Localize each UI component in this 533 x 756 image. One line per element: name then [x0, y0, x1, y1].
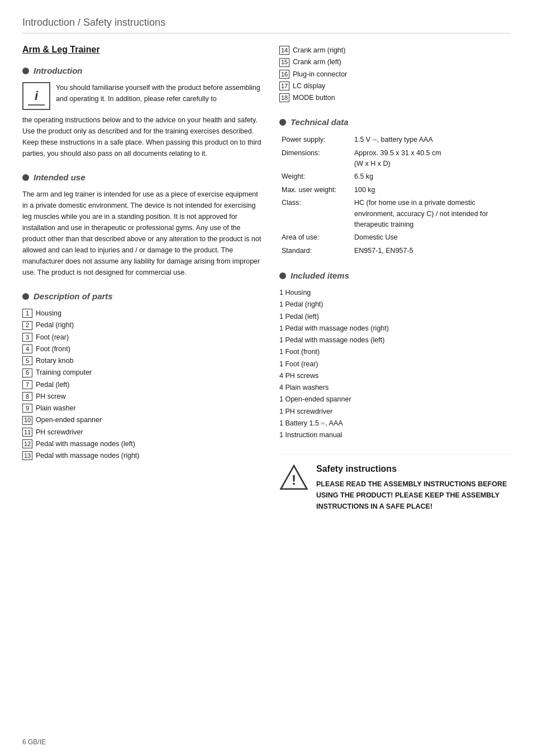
part-number: 16: [279, 70, 289, 79]
part-label: Crank arm (right): [293, 45, 345, 56]
part-number: 3: [22, 333, 32, 342]
parts-list-continued: 14Crank arm (right)15Crank arm (left)16P…: [279, 45, 511, 104]
list-item: 6Training computer: [22, 367, 263, 379]
list-item: 1 Pedal with massage nodes (right): [279, 323, 511, 334]
included-items-heading-label: Included items: [291, 271, 349, 280]
part-label: Plug-in connector: [293, 69, 347, 80]
part-label: LC display: [293, 80, 325, 92]
tech-label: Power supply:: [279, 133, 352, 146]
list-item: 16Plug-in connector: [279, 69, 511, 80]
table-row: Area of use:Domestic Use: [279, 231, 511, 244]
safety-text: PLEASE READ THE ASSEMBLY INSTRUCTIONS BE…: [316, 479, 511, 512]
part-number: 2: [22, 321, 32, 330]
tech-value: 1.5 V ⎓, battery type AAA: [352, 133, 511, 146]
part-label: Pedal (left): [36, 379, 69, 391]
right-column: 14Crank arm (right)15Crank arm (left)16P…: [279, 45, 511, 512]
desc-parts-bullet: [22, 293, 29, 300]
tech-data-heading-label: Technical data: [291, 117, 349, 127]
tech-label: Standard:: [279, 245, 352, 257]
technical-data-section: Technical data Power supply:1.5 V ⎓, bat…: [279, 117, 511, 257]
part-label: Training computer: [36, 367, 92, 379]
table-row: Power supply:1.5 V ⎓, battery type AAA: [279, 133, 511, 146]
list-item: 3Foot (rear): [22, 332, 263, 343]
page: Introduction / Safety instructions Arm &…: [0, 0, 533, 756]
intended-use-heading: Intended use: [22, 173, 263, 182]
safety-heading: Safety instructions: [316, 464, 511, 474]
part-number: 15: [279, 58, 289, 67]
part-number: 9: [22, 404, 32, 413]
tech-value: 100 kg: [352, 184, 511, 197]
tech-value: HC (for home use in a private domestic e…: [352, 197, 511, 231]
part-label: Housing: [36, 308, 61, 319]
part-number: 6: [22, 369, 32, 377]
tech-value: 6.5 kg: [352, 170, 511, 183]
part-label: MODE button: [293, 92, 335, 104]
part-number: 13: [22, 451, 32, 460]
list-item: 8PH screw: [22, 391, 263, 403]
product-title: Arm & Leg Trainer: [22, 45, 263, 55]
tech-value: Approx. 39.5 x 31 x 40.5 cm(W x H x D): [352, 147, 511, 171]
list-item: 1 Foot (front): [279, 346, 511, 358]
info-icon: i: [22, 82, 50, 110]
part-number: 1: [22, 309, 32, 318]
included-items-list: 1 Housing1 Pedal (right)1 Pedal (left)1 …: [279, 287, 511, 441]
part-label: Pedal with massage nodes (right): [36, 450, 140, 462]
intro-bullet: [22, 68, 29, 74]
table-row: Dimensions:Approx. 39.5 x 31 x 40.5 cm(W…: [279, 147, 511, 171]
part-label: Foot (front): [36, 343, 70, 355]
list-item: 12Pedal with massage nodes (left): [22, 438, 263, 450]
tech-label: Area of use:: [279, 231, 352, 244]
intro-content: i You should familiarise yourself with t…: [22, 82, 263, 110]
list-item: 4 Plain washers: [279, 382, 511, 394]
part-number: 4: [22, 344, 32, 353]
part-number: 5: [22, 356, 32, 365]
list-item: 13Pedal with massage nodes (right): [22, 450, 263, 462]
included-items-heading: Included items: [279, 271, 511, 280]
list-item: 1Housing: [22, 308, 263, 319]
tech-data-table: Power supply:1.5 V ⎓, battery type AAADi…: [279, 133, 511, 257]
list-item: 1 PH screwdriver: [279, 406, 511, 418]
warning-triangle-icon: !: [279, 464, 308, 491]
table-row: Class:HC (for home use in a private dome…: [279, 197, 511, 231]
list-item: 1 Pedal (right): [279, 299, 511, 310]
list-item: 11PH screwdriver: [22, 427, 263, 438]
table-row: Max. user weight:100 kg: [279, 184, 511, 197]
safety-content: Safety instructions PLEASE READ THE ASSE…: [316, 464, 511, 512]
tech-value: Domestic Use: [352, 231, 511, 244]
header-title: Introduction / Safety instructions: [22, 17, 165, 28]
part-number: 11: [22, 428, 32, 437]
part-label: Foot (rear): [36, 332, 69, 343]
part-label: Open-ended spanner: [36, 414, 102, 426]
part-number: 10: [22, 416, 32, 425]
list-item: 18MODE button: [279, 92, 511, 104]
page-header: Introduction / Safety instructions: [22, 17, 511, 34]
list-item: 4Foot (front): [22, 343, 263, 355]
safety-section: ! Safety instructions PLEASE READ THE AS…: [279, 454, 511, 512]
list-item: 2Pedal (right): [22, 319, 263, 331]
description-of-parts-section: Description of parts 1Housing2Pedal (rig…: [22, 291, 263, 462]
list-item: 1 Housing: [279, 287, 511, 299]
list-item: 1 Foot (rear): [279, 358, 511, 370]
list-item: 17LC display: [279, 80, 511, 92]
desc-parts-heading: Description of parts: [22, 291, 263, 301]
intro-text-main: the operating instructions below and to …: [22, 114, 263, 159]
list-item: 9Plain washer: [22, 403, 263, 414]
left-column: Arm & Leg Trainer Introduction i You sho…: [22, 45, 263, 512]
tech-label: Max. user weight:: [279, 184, 352, 197]
svg-text:!: !: [292, 472, 296, 487]
tech-data-bullet: [279, 119, 286, 126]
part-number: 17: [279, 82, 289, 90]
part-label: PH screwdriver: [36, 427, 83, 438]
list-item: 1 Pedal (left): [279, 311, 511, 323]
list-item: 1 Open-ended spanner: [279, 394, 511, 405]
intro-section: Introduction i You should familiarise yo…: [22, 66, 263, 159]
intro-heading-label: Introduction: [34, 66, 82, 75]
part-number: 7: [22, 380, 32, 389]
list-item: 1 Instruction manual: [279, 429, 511, 441]
part-number: 18: [279, 93, 289, 102]
included-items-bullet: [279, 272, 286, 279]
tech-data-heading: Technical data: [279, 117, 511, 127]
part-number: 12: [22, 439, 32, 448]
part-label: Rotary knob: [36, 355, 73, 367]
list-item: 1 Battery 1.5 ⎓, AAA: [279, 418, 511, 429]
